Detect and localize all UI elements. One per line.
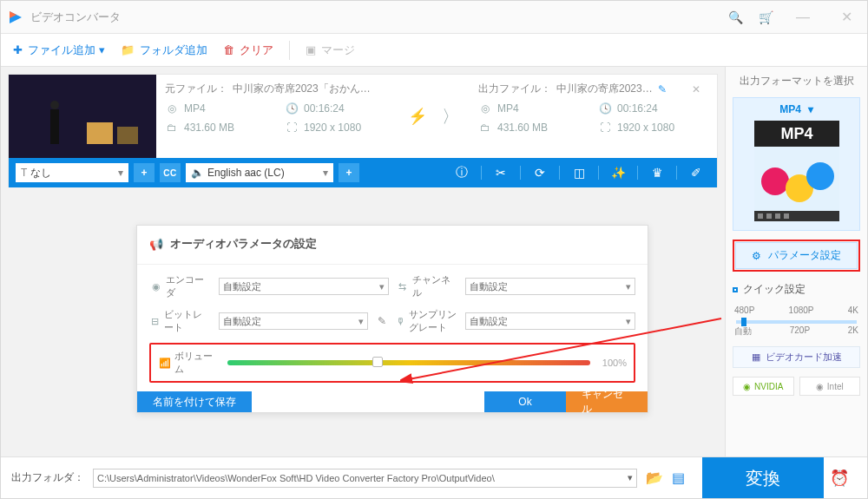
intel-icon: ◉ xyxy=(816,382,824,391)
res-480p: 480P xyxy=(734,305,754,315)
add-file-label: ファイル追加 xyxy=(28,43,95,58)
svg-text:MP4: MP4 xyxy=(780,125,812,142)
merge-icon: ▣ xyxy=(306,43,316,56)
chevron-down-icon: ▾ xyxy=(99,43,105,56)
volume-row: 📶ボリューム 100% xyxy=(149,343,635,383)
cancel-button[interactable]: キャンセル xyxy=(566,391,648,412)
close-button[interactable]: ✕ xyxy=(832,9,860,25)
slider-knob[interactable] xyxy=(372,357,383,367)
encoder-label: エンコーダ xyxy=(166,273,212,299)
nvidia-label: NVIDIA xyxy=(754,382,783,391)
volume-label: ボリューム xyxy=(174,350,220,376)
schedule-icon[interactable]: ⏰ xyxy=(822,469,857,488)
rotate-icon[interactable]: ⟳ xyxy=(526,163,554,182)
bitrate-select[interactable]: 自動設定▾ xyxy=(219,312,368,330)
param-label: パラメータ設定 xyxy=(768,248,841,263)
output-folder-label: 出力フォルダ： xyxy=(11,470,84,485)
main-toolbar: ✚ ファイル追加 ▾ 📁 フォルダ追加 🗑 クリア ▣ マージ xyxy=(1,34,867,67)
format-thumbnail: MP4 xyxy=(749,121,845,225)
param-settings-button[interactable]: ⚙パラメータ設定 xyxy=(735,242,858,269)
volume-percent: 100% xyxy=(602,358,627,368)
convert-button[interactable]: 変換 xyxy=(702,457,824,499)
format-icon: ◎ xyxy=(478,102,492,115)
quick-settings-title: クイック設定 xyxy=(733,282,860,297)
audio-track-select[interactable]: 🔈English aac (LC)▾ xyxy=(186,163,333,182)
chevron-down-icon: ▾ xyxy=(808,103,813,115)
gpu-accel-button[interactable]: ▦ビデオカード加速 xyxy=(733,346,860,368)
effects-icon[interactable]: ✨ xyxy=(604,163,632,182)
merge-button[interactable]: ▣ マージ xyxy=(306,43,355,58)
encoder-select[interactable]: 自動設定▾ xyxy=(219,278,389,295)
intel-chip[interactable]: ◉Intel xyxy=(799,377,861,396)
save-preset-button[interactable]: 名前を付けて保存 xyxy=(137,391,252,412)
res-2k: 2K xyxy=(848,325,858,338)
titlebar: ビデオコンバータ 🔍 🛒 — ✕ xyxy=(1,1,867,34)
remove-item-icon[interactable]: ✕ xyxy=(684,83,708,95)
subtitle-track-select[interactable]: Tなし▾ xyxy=(16,163,128,182)
svg-rect-16 xyxy=(766,213,772,219)
edit-name-icon[interactable]: ✎ xyxy=(658,83,667,95)
signal-icon: 📶 xyxy=(158,356,171,370)
format-label: MP4 xyxy=(779,103,801,115)
open-folder-icon[interactable]: 📂 xyxy=(646,469,663,486)
cart-icon[interactable]: 🛒 xyxy=(759,10,773,24)
divider xyxy=(289,41,290,60)
nvidia-icon: ◉ xyxy=(743,382,751,391)
bitrate-value: 自動設定 xyxy=(223,315,261,328)
add-file-button[interactable]: ✚ ファイル追加 ▾ xyxy=(13,43,105,58)
panel-title: オーディオパラメータの設定 xyxy=(170,236,317,252)
play-icon: ◉ xyxy=(149,279,162,293)
clear-button[interactable]: 🗑 クリア xyxy=(223,43,273,58)
mic-icon: 🎙 xyxy=(396,314,405,328)
watermark-icon[interactable]: ♛ xyxy=(643,163,671,182)
dot-icon xyxy=(733,287,738,292)
dst-filename: 中川家の寄席2023… xyxy=(556,82,653,96)
add-audio-button[interactable]: + xyxy=(339,163,359,182)
lightning-icon: ⚡ xyxy=(404,75,431,158)
cc-button[interactable]: CC xyxy=(160,163,181,182)
edit-icon[interactable]: ✐ xyxy=(682,163,710,182)
trash-icon: 🗑 xyxy=(223,43,234,56)
crop-icon[interactable]: ◫ xyxy=(565,163,593,182)
add-subtitle-button[interactable]: + xyxy=(134,163,155,182)
svg-rect-4 xyxy=(117,127,138,144)
video-thumbnail[interactable] xyxy=(9,75,156,158)
item-actions: Tなし▾ + CC 🔈English aac (LC)▾ + ⓘ ✂ ⟳ ◫ ✨… xyxy=(9,158,717,187)
resolution-icon: ⛶ xyxy=(285,121,299,135)
folder-icon: 🗀 xyxy=(165,121,179,135)
batch-icon[interactable]: ▤ xyxy=(672,469,685,486)
channel-value: 自動設定 xyxy=(470,280,508,293)
info-icon[interactable]: ⓘ xyxy=(448,163,476,182)
chip-icon: ▦ xyxy=(752,351,760,363)
ok-button[interactable]: Ok xyxy=(484,391,566,412)
audio-value: English aac (LC) xyxy=(207,167,285,179)
channel-icon: ⇆ xyxy=(396,279,409,293)
format-selector[interactable]: MP4▾ MP4 xyxy=(733,97,860,231)
bitrate-label: ビットレート xyxy=(164,308,212,334)
subtitle-value: なし xyxy=(30,166,51,181)
add-folder-button[interactable]: 📁 フォルダ追加 xyxy=(121,43,207,58)
folder-plus-icon: 📁 xyxy=(121,43,135,56)
edit-icon[interactable]: ✎ xyxy=(375,315,389,327)
svg-rect-17 xyxy=(775,213,780,219)
sample-select[interactable]: 自動設定▾ xyxy=(465,312,635,330)
svg-point-13 xyxy=(806,162,834,190)
res-auto: 自動 xyxy=(734,325,752,338)
nvidia-chip[interactable]: ◉NVIDIA xyxy=(733,377,794,396)
clock-icon: 🕓 xyxy=(285,102,299,115)
add-folder-label: フォルダ追加 xyxy=(140,43,207,58)
svg-rect-15 xyxy=(758,213,763,219)
sliders-icon: ⚙ xyxy=(752,250,761,262)
volume-slider[interactable] xyxy=(227,360,590,365)
cut-icon[interactable]: ✂ xyxy=(487,163,515,182)
slider-knob[interactable] xyxy=(741,318,746,326)
resolution-slider[interactable] xyxy=(736,320,857,324)
search-icon[interactable]: 🔍 xyxy=(728,10,743,24)
side-title: 出力フォーマットを選択 xyxy=(733,74,860,89)
minimize-button[interactable]: — xyxy=(789,10,817,25)
speaker-icon: 🔈 xyxy=(191,167,204,179)
output-path-select[interactable]: C:\Users\Administrator\Videos\WonderFox … xyxy=(93,469,637,488)
audio-params-panel: 📢オーディオパラメータの設定 ◉エンコーダ自動設定▾ ⇆チャンネル自動設定▾ ⊟… xyxy=(136,225,648,413)
channel-select[interactable]: 自動設定▾ xyxy=(465,278,635,295)
svg-point-6 xyxy=(50,101,59,109)
